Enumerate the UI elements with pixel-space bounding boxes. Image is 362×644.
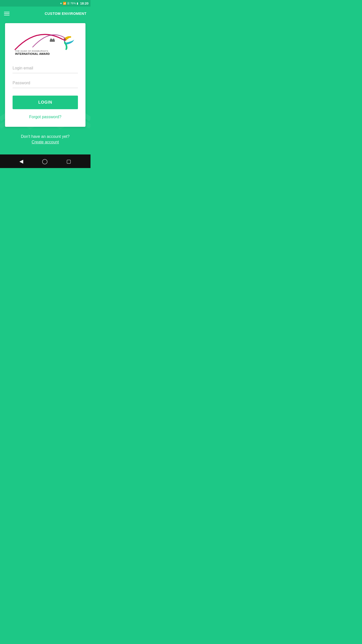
- menu-line-2: [4, 13, 10, 14]
- main-content: ⚜ THE DUKE OF EDINBURGH'S INTERNATIONAL …: [0, 21, 90, 154]
- battery-percent: 76%: [70, 2, 76, 5]
- login-button[interactable]: LOGIN: [13, 96, 78, 109]
- login-card: ⚜ THE DUKE OF EDINBURGH'S INTERNATIONAL …: [5, 23, 85, 127]
- svg-text:THE DUKE OF EDINBURGH'S: THE DUKE OF EDINBURGH'S: [15, 50, 48, 52]
- header-left: [4, 12, 45, 15]
- email-input[interactable]: [13, 63, 78, 73]
- home-button[interactable]: ◯: [42, 158, 48, 164]
- create-account-link[interactable]: Create account: [32, 140, 59, 144]
- svg-text:INTERNATIONAL AWARD: INTERNATIONAL AWARD: [15, 52, 50, 55]
- navigation-bar: ◀ ◯ ▢: [0, 154, 90, 168]
- no-account-text: Don't have an account yet?: [21, 134, 69, 139]
- battery-icon: ▮: [77, 2, 78, 5]
- recents-button[interactable]: ▢: [66, 158, 71, 164]
- password-input[interactable]: [13, 78, 78, 88]
- status-time: 18:20: [80, 2, 88, 5]
- svg-point-0: [63, 38, 66, 41]
- bottom-section: Don't have an account yet? Create accoun…: [16, 127, 74, 149]
- menu-line-3: [4, 15, 10, 15]
- svg-text:⚜: ⚜: [50, 38, 53, 41]
- menu-line-1: [4, 12, 10, 12]
- logo-area: ⚜ THE DUKE OF EDINBURGH'S INTERNATIONAL …: [13, 31, 78, 56]
- header-title: CUSTOM ENVIROMENT: [45, 12, 86, 16]
- bluetooth-icon: ∗: [60, 2, 62, 5]
- header: CUSTOM ENVIROMENT: [0, 7, 90, 21]
- back-button[interactable]: ◀: [19, 158, 23, 164]
- logo-svg: ⚜ THE DUKE OF EDINBURGH'S INTERNATIONAL …: [13, 31, 78, 56]
- status-icons: ∗ 📶 ☰ 76% ▮: [60, 2, 78, 5]
- wifi-icon: 📶: [63, 2, 66, 5]
- signal-icon: ☰: [67, 2, 70, 5]
- status-bar: ∗ 📶 ☰ 76% ▮ 18:20: [0, 0, 90, 7]
- menu-icon[interactable]: [4, 12, 10, 15]
- forgot-password-link[interactable]: Forgot password?: [13, 115, 78, 119]
